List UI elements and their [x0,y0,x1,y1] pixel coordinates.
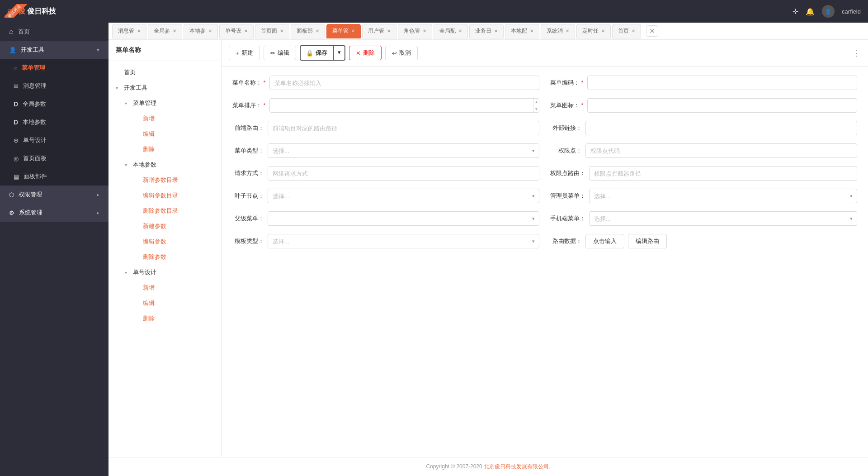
menu-type-select[interactable]: 选择... [268,143,539,158]
sidebar-item-local-params[interactable]: D 本地参数 [0,113,108,131]
menu-type-label: 菜单类型： [232,147,264,155]
admin-menu-select[interactable]: 选择... [589,189,857,203]
tab-serial[interactable]: 单号设 ✕ [219,24,254,38]
tab-global-conf-close[interactable]: ✕ [458,29,462,33]
tab-sys-log-close[interactable]: ✕ [566,29,569,33]
permission-input[interactable] [585,143,857,158]
tree-node-localparams: ▾ 本地参数 新增参数目录 编辑参数目录 删除参数目录 新建参数 编辑参数 [118,157,221,265]
frontend-route-input[interactable] [268,121,539,135]
tab-homepage[interactable]: 首页面 ✕ [255,24,289,38]
tab-biz-log-close[interactable]: ✕ [494,29,498,33]
tab-global[interactable]: 全局参 ✕ [148,24,182,38]
sidebar-item-home[interactable]: ⌂ 首页 [0,23,108,41]
mobile-menu-select[interactable]: 选择... [589,211,857,226]
tree-leaf-add[interactable]: 新增 [127,111,221,126]
tree-node-menumgmt-label[interactable]: ▾ 菜单管理 [118,95,221,111]
tree-node-home-label[interactable]: 首页 [108,65,221,80]
tab-menu-mgmt-close[interactable]: ✕ [351,29,355,33]
tree-leaf-edit-param[interactable]: 编辑参数 [127,234,221,249]
sidebar-item-panel-component[interactable]: ▤ 面板部件 [0,167,108,186]
tab-user-close[interactable]: ✕ [387,29,391,33]
perm-left: ⬡ 权限管理 [9,190,42,199]
menu-name-input[interactable] [269,76,539,90]
sidebar-item-msg-mgmt[interactable]: ✉ 消息管理 [0,77,108,95]
parent-menu-select[interactable] [268,211,539,226]
menu-type-select-wrap: 选择... [268,143,539,158]
hamburger-icon[interactable]: ≡ [7,6,13,17]
menu-code-input[interactable] [587,76,857,90]
form-field-route-data: 路由数据： 点击输入 编辑路由 [550,234,857,248]
move-icon[interactable]: ✛ [793,7,798,16]
permission-route-input[interactable] [589,166,857,181]
sidebar-group-dev-tools-header[interactable]: 👤 开发工具 ▾ [0,41,108,59]
local-params-label: 本地参数 [23,118,46,126]
sidebar-item-global-params[interactable]: D 全局参数 [0,95,108,113]
cancel-button[interactable]: ↩ 取消 [385,46,418,60]
tree-leaf-serial-del[interactable]: 删除 [127,311,221,326]
tab-sys-log[interactable]: 系统消 ✕ [541,24,575,38]
request-method-input[interactable] [268,166,539,181]
footer: Copyright © 2007-2020 北京俊日科技发展有限公司. [108,457,868,476]
tab-home2-close[interactable]: ✕ [632,29,635,33]
tab-msg-close[interactable]: ✕ [137,29,141,33]
form-row-8: 模板类型： 选择... 路由数据： 点击输入 [232,234,857,248]
tab-home2[interactable]: 首页 ✕ [612,24,641,38]
tree-leaf-del-param-dir[interactable]: 删除参数目录 [127,203,221,219]
tab-menu-mgmt[interactable]: 菜单管 ✕ [326,24,361,38]
tree-node-serial-label[interactable]: ▾ 单号设计 [118,265,221,280]
delete-button[interactable]: ✕ 删除 [349,46,382,60]
sidebar-item-menu-mgmt[interactable]: ≡ 菜单管理 [0,59,108,77]
logo-text: 俊日科技 [27,7,56,16]
save-button[interactable]: 🔒 保存 [300,45,334,61]
sidebar-item-serial-design[interactable]: ⊕ 单号设计 [0,131,108,149]
bell-icon[interactable]: 🔔 [806,7,815,16]
route-data-input-btn[interactable]: 点击输入 [585,234,624,248]
route-data-edit-btn[interactable]: 编辑路由 [628,234,667,248]
tree-leaf-serial-edit[interactable]: 编辑 [127,295,221,311]
tree-node-localparams-label[interactable]: ▾ 本地参数 [118,157,221,172]
more-options-icon[interactable]: ⋮ [853,48,861,58]
new-button[interactable]: + 新建 [229,46,260,60]
tab-msg[interactable]: 消息管 ✕ [112,24,146,38]
tab-global-conf[interactable]: 全局配 ✕ [434,24,468,38]
tree-leaf-new-param[interactable]: 新建参数 [127,219,221,234]
edit-button[interactable]: ✏ 编辑 [264,46,296,60]
leaf-node-select[interactable]: 选择... [268,189,539,203]
tree-node-devtools-label[interactable]: ▾ 开发工具 [108,80,221,95]
spinner-up[interactable]: ▴ [533,98,539,105]
sidebar-group-perm-header[interactable]: ⬡ 权限管理 ▸ [0,186,108,204]
tab-scheduler[interactable]: 定时任 ✕ [576,24,611,38]
tab-scheduler-close[interactable]: ✕ [601,29,605,33]
tree-leaf-edit[interactable]: 编辑 [127,126,221,142]
tab-biz-log[interactable]: 业务日 ✕ [469,24,504,38]
tabs-close-all[interactable]: ✕ [646,25,658,37]
tree-leaf-delete[interactable]: 删除 [127,142,221,157]
tree-leaf-serial-add[interactable]: 新增 [127,280,221,295]
sidebar-item-home-panel[interactable]: ◎ 首页面板 [0,149,108,167]
external-link-input[interactable] [585,121,857,135]
leaf-node-label: 叶子节点： [232,192,264,200]
menu-order-input[interactable] [269,98,539,113]
tab-local-close[interactable]: ✕ [208,29,212,33]
menu-icon-input[interactable] [587,98,857,113]
left-panel: 菜单名称 首页 ▾ 开发工具 [108,40,222,457]
sidebar-group-sys-header[interactable]: ⚙ 系统管理 ▸ [0,204,108,222]
tab-global-close[interactable]: ✕ [173,29,176,33]
template-type-select[interactable]: 选择... [268,234,539,248]
tab-local-conf[interactable]: 本地配 ✕ [505,24,539,38]
tab-serial-close[interactable]: ✕ [244,29,248,33]
tree-leaf-add-param-dir[interactable]: 新增参数目录 [127,172,221,188]
tab-local[interactable]: 本地参 ✕ [184,24,218,38]
tab-homepage-close[interactable]: ✕ [280,29,283,33]
tab-panel-close[interactable]: ✕ [316,29,319,33]
spinner-down[interactable]: ▾ [533,105,539,113]
tree-leaf-edit-param-dir[interactable]: 编辑参数目录 [127,188,221,203]
tab-role[interactable]: 角色管 ✕ [398,24,432,38]
save-dropdown-button[interactable]: ▾ [334,45,345,61]
tree-leaf-del-param[interactable]: 删除参数 [127,249,221,265]
tab-panel[interactable]: 面板部 ✕ [291,24,325,38]
tabs-bar: 消息管 ✕ 全局参 ✕ 本地参 ✕ 单号设 ✕ 首页面 ✕ [108,23,868,40]
tab-role-close[interactable]: ✕ [423,29,426,33]
tab-local-conf-close[interactable]: ✕ [530,29,533,33]
tab-user[interactable]: 用户管 ✕ [362,24,396,38]
